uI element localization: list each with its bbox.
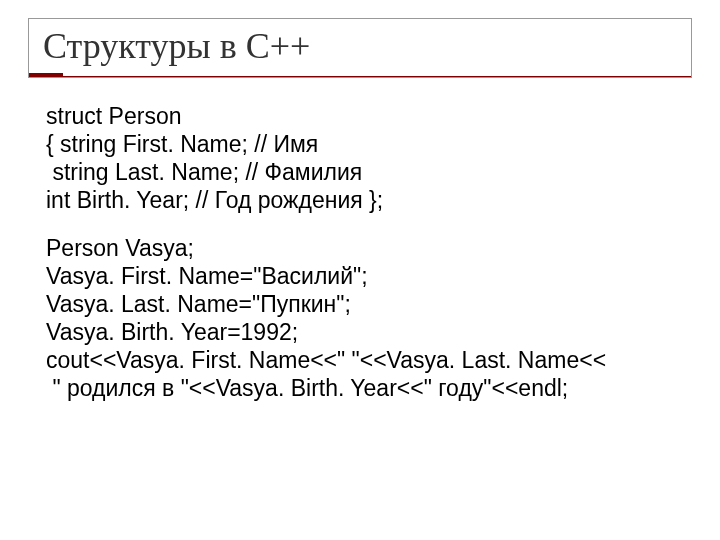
code-line: Person Vasya;: [46, 234, 682, 262]
code-line: " родился в "<<Vasya. Birth. Year<<" год…: [46, 374, 682, 402]
title-underline: [29, 76, 691, 77]
title-container: Структуры в С++: [28, 18, 692, 78]
slide-body: struct Person { string First. Name; // И…: [28, 98, 692, 402]
code-line: { string First. Name; // Имя: [46, 130, 682, 158]
slide: Структуры в С++ struct Person { string F…: [0, 0, 720, 540]
title-accent: [29, 73, 63, 77]
code-line: string Last. Name; // Фамилия: [46, 158, 682, 186]
code-line: Vasya. First. Name="Василий";: [46, 262, 682, 290]
code-block-struct: struct Person { string First. Name; // И…: [46, 102, 682, 214]
code-line: cout<<Vasya. First. Name<<" "<<Vasya. La…: [46, 346, 682, 374]
code-block-usage: Person Vasya; Vasya. First. Name="Васили…: [46, 234, 682, 402]
code-line: Vasya. Birth. Year=1992;: [46, 318, 682, 346]
slide-title: Структуры в С++: [43, 25, 677, 67]
code-line: int Birth. Year; // Год рождения };: [46, 186, 682, 214]
code-line: Vasya. Last. Name="Пупкин";: [46, 290, 682, 318]
code-line: struct Person: [46, 102, 682, 130]
